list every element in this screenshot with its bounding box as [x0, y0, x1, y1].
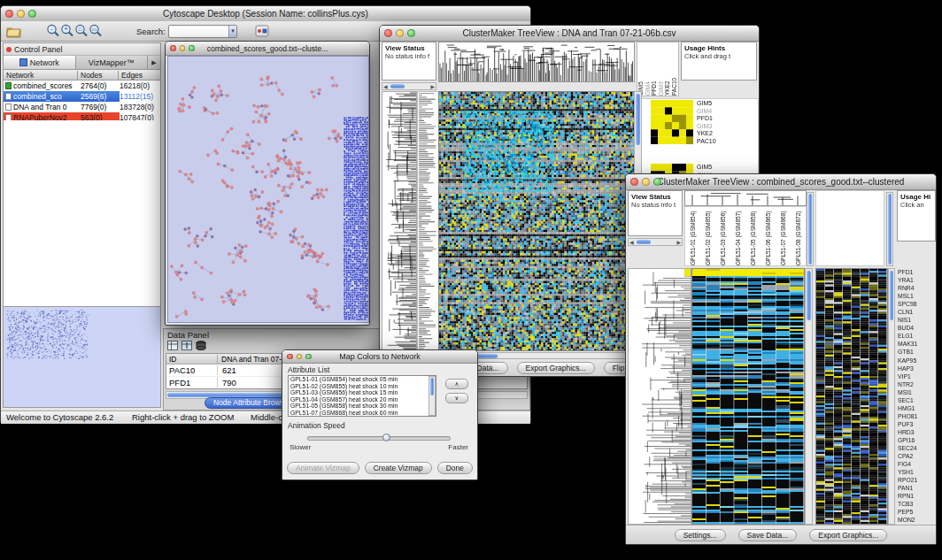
scroll-left-icon[interactable]: ◀ — [382, 83, 389, 90]
gene-label[interactable]: CPA2 — [898, 452, 937, 460]
slider-thumb[interactable] — [382, 433, 390, 441]
gene-label[interactable]: RPO21 — [898, 476, 937, 484]
minimize-button[interactable] — [180, 45, 186, 51]
attribute-item[interactable]: GPL51-01 (GSM854) heat shock 05 min — [289, 376, 429, 383]
minimize-button[interactable] — [396, 29, 404, 37]
gene-label[interactable]: PFD1 — [898, 268, 937, 276]
close-button[interactable] — [5, 10, 13, 18]
network-row[interactable]: combined_scores2764(0)16218(0) — [4, 81, 160, 91]
tv2-heatmap-main-canvas[interactable] — [691, 268, 805, 525]
id-column-header[interactable]: ID — [166, 355, 218, 364]
tv1-row-dendrogram-canvas[interactable] — [382, 91, 417, 351]
attribute-item[interactable]: GPL51-05 (GSM858) heat shock 30 min — [289, 403, 429, 410]
gene-label[interactable]: YRA1 — [898, 276, 937, 284]
move-down-button[interactable]: ∨ — [445, 393, 468, 403]
gene-label[interactable]: SEC24 — [898, 444, 937, 452]
tv2-vscrollbar-secondary[interactable] — [888, 268, 895, 525]
tv2-heatmap-secondary-canvas[interactable] — [815, 268, 888, 525]
minimize-button[interactable] — [297, 354, 303, 360]
tv1-status-hscrollbar[interactable]: ◀ ▶ — [382, 82, 436, 90]
gene-label[interactable]: NIS1 — [898, 316, 937, 324]
tab-vizmapper[interactable]: VizMapper™ — [76, 56, 149, 69]
gene-label[interactable]: MON2 — [898, 516, 937, 524]
close-button[interactable] — [170, 45, 176, 51]
treeview1-titlebar[interactable]: ClusterMaker TreeView : DNA and Tran 07-… — [380, 26, 759, 42]
table-icon[interactable] — [167, 341, 178, 350]
gene-label[interactable]: VIP1 — [898, 372, 937, 380]
network-overview[interactable] — [4, 306, 160, 407]
network-view-window[interactable]: combined_scores_good.txt--cluste... — [165, 41, 370, 326]
gene-label[interactable]: RPN1 — [898, 492, 937, 500]
gene-label[interactable]: PEP5 — [898, 508, 937, 516]
attribute-item[interactable]: GPL51-03 (GSM856) heat shock 15 min — [289, 389, 429, 396]
dialog-button[interactable]: Animate Vizmap — [287, 462, 359, 474]
gene-label[interactable]: YSH1 — [898, 468, 937, 476]
close-button[interactable] — [287, 354, 293, 360]
network-canvas[interactable] — [167, 56, 369, 323]
table-add-icon[interactable] — [181, 341, 192, 350]
gene-label[interactable]: CLN1 — [898, 308, 937, 316]
gene-label[interactable]: HRD3 — [898, 428, 937, 436]
minimize-button[interactable] — [642, 178, 650, 186]
zoom-out-icon[interactable]: - — [46, 24, 60, 38]
matrix-row-label[interactable]: GIM3 — [697, 123, 739, 131]
gene-label[interactable]: PHO81 — [898, 412, 937, 420]
gene-label[interactable]: NTR2 — [898, 380, 937, 388]
database-icon[interactable] — [196, 341, 206, 350]
dialog-button[interactable]: Done — [437, 462, 473, 474]
tv2-col-dendrogram-canvas[interactable] — [684, 190, 807, 206]
network-window-titlebar[interactable]: combined_scores_good.txt--cluste... — [166, 42, 369, 56]
tv1-heatmap-canvas[interactable] — [438, 91, 635, 351]
map-colors-dialog[interactable]: Map Colors to Network Attribute List GPL… — [282, 349, 478, 480]
scroll-right-icon[interactable]: ▶ — [676, 239, 682, 246]
gene-label[interactable]: GTB1 — [898, 348, 937, 356]
panel-close-icon[interactable] — [6, 47, 12, 52]
tab-network[interactable]: Network — [4, 56, 76, 69]
gene-label[interactable]: HAP3 — [898, 364, 937, 372]
tv1-matrix1-canvas[interactable] — [651, 100, 693, 144]
gene-label[interactable]: KAP95 — [898, 357, 937, 364]
matrix-row-label[interactable]: YKE2 — [697, 130, 739, 138]
move-up-button[interactable]: ∧ — [445, 379, 468, 389]
close-button[interactable] — [384, 29, 392, 37]
treeview2-window[interactable]: ClusterMaker TreeView : combined_scores_… — [625, 173, 937, 545]
attribute-item[interactable]: GPL51-02 (GSM855) heat shock 10 min — [289, 383, 429, 390]
close-button[interactable] — [630, 178, 638, 186]
gene-label[interactable]: RNR4 — [898, 284, 937, 292]
zoom-in-icon[interactable]: + — [60, 24, 74, 38]
gene-label[interactable]: FIG4 — [898, 460, 937, 468]
annotation-icon[interactable] — [255, 25, 269, 37]
treeview2-titlebar[interactable]: ClusterMaker TreeView : combined_scores_… — [626, 174, 936, 190]
open-session-icon[interactable] — [6, 25, 21, 38]
zoom-button[interactable] — [305, 354, 312, 360]
gene-label[interactable]: ELG1 — [898, 332, 937, 340]
dialog-button[interactable]: Create Vizmap — [365, 462, 432, 474]
gene-label[interactable]: GPI16 — [898, 436, 937, 444]
zoom-fit-icon[interactable]: □ — [74, 24, 89, 38]
treeview-button[interactable]: Export Graphics... — [517, 362, 595, 374]
treeview-button[interactable]: Save Data... — [738, 529, 798, 541]
zoom-actual-icon[interactable]: 1:1 — [89, 24, 103, 38]
gene-label[interactable]: HMG1 — [898, 404, 937, 412]
matrix-row-label[interactable]: GIM5 — [697, 164, 739, 172]
network-row[interactable]: combined_sco2569(6)13112(15) — [4, 91, 160, 102]
attribute-listbox[interactable]: GPL51-01 (GSM854) heat shock 05 minGPL51… — [288, 375, 436, 417]
scroll-left-icon[interactable]: ◀ — [629, 239, 635, 246]
dialog-titlebar[interactable]: Map Colors to Network — [282, 350, 477, 364]
gene-label[interactable]: PUF3 — [898, 420, 937, 428]
search-combobox[interactable]: ▾ — [168, 25, 237, 38]
gene-label[interactable]: BUD4 — [898, 324, 937, 332]
zoom-button[interactable] — [189, 45, 195, 51]
tab-overflow-button[interactable]: ▶ — [148, 56, 160, 69]
gene-label[interactable]: MSI1 — [898, 388, 937, 396]
minimize-button[interactable] — [17, 10, 25, 18]
main-titlebar[interactable]: Cytoscape Desktop (Session Name: collins… — [1, 6, 530, 22]
zoom-button[interactable] — [28, 10, 36, 18]
zoom-button[interactable] — [653, 178, 661, 186]
gene-label[interactable]: MSL1 — [898, 292, 937, 300]
tv1-col-dendrogram-canvas[interactable] — [438, 42, 635, 82]
tv2-vscrollbar-main[interactable] — [805, 268, 813, 525]
animation-speed-slider[interactable] — [307, 436, 451, 441]
matrix-row-label[interactable]: PFD1 — [697, 115, 739, 123]
tv2-label-vscrollbar[interactable] — [807, 192, 814, 266]
